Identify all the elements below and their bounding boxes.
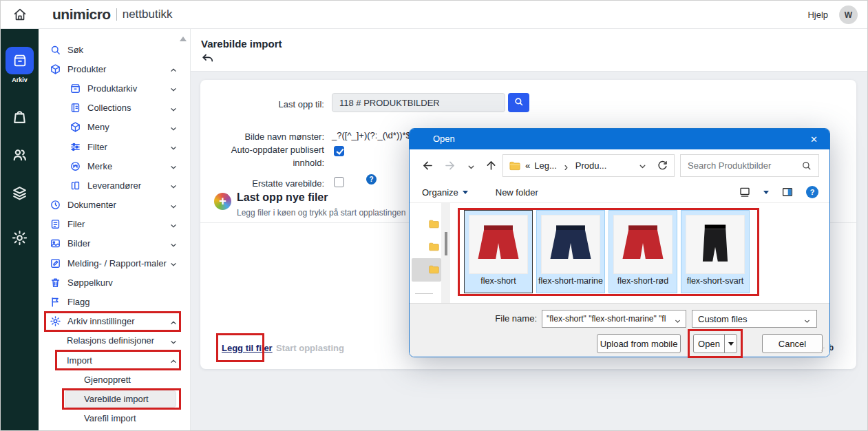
chevron-down-icon[interactable] — [169, 143, 178, 151]
sliders-icon — [70, 141, 81, 153]
auto-update-checkbox[interactable] — [334, 146, 344, 156]
view-dropdown-icon[interactable] — [763, 191, 769, 194]
sidebar-item-gjenopprett[interactable]: Gjenopprett — [39, 370, 190, 389]
chevron-down-icon[interactable] — [169, 162, 178, 170]
upload-to-input[interactable]: 118 # PRODUKTBILDER — [332, 93, 505, 112]
sidebar-item-label: Meny — [87, 122, 109, 132]
chevron-down-icon[interactable] — [169, 259, 178, 267]
back-arrow-icon[interactable] — [201, 52, 216, 67]
chevron-up-icon[interactable] — [169, 317, 178, 326]
sidebar-item-leverand-rer[interactable]: Leverandører — [39, 176, 190, 195]
folder-icon[interactable] — [428, 218, 440, 230]
sidebar-item-relasjons-definisjoner[interactable]: Relasjons definisjoner — [39, 331, 190, 350]
sidebar-item-filer[interactable]: Filer — [39, 215, 190, 234]
sidebar-item-label: Filter — [87, 142, 107, 152]
sidebar-item-flagg[interactable]: Flagg — [39, 292, 190, 311]
chevron-down-icon[interactable] — [169, 220, 178, 229]
file-icon — [50, 218, 61, 230]
sidebar-item-varefil-import[interactable]: Varefil import — [39, 409, 190, 428]
cancel-button[interactable]: Cancel — [762, 334, 823, 353]
rail-item-arkiv[interactable]: Arkiv — [6, 47, 34, 83]
gear-icon[interactable] — [11, 229, 28, 246]
folder-search-button[interactable] — [508, 93, 529, 112]
sidebar-item-produkter[interactable]: Produkter — [39, 59, 190, 78]
nav-up-icon[interactable] — [485, 159, 498, 172]
replace-checkbox[interactable] — [334, 177, 344, 187]
chevron-up-icon[interactable] — [169, 65, 178, 73]
new-folder-button[interactable]: New folder — [496, 187, 538, 198]
chevron-down-icon[interactable] — [169, 123, 178, 132]
sidebar-item-filter[interactable]: Filter — [39, 137, 190, 156]
file-thumbnail-label: flex-short-marine — [538, 276, 603, 286]
logo: unimicro nettbutikk — [52, 6, 172, 23]
close-icon[interactable]: ✕ — [798, 129, 829, 149]
sidebar-item-bilder[interactable]: Bilder — [39, 234, 190, 253]
file-thumbnail-flex-short[interactable]: flex-short — [464, 210, 533, 293]
globe-icon — [50, 199, 61, 211]
chevron-down-icon[interactable] — [169, 181, 178, 189]
dialog-titlebar[interactable]: Open ✕ — [410, 129, 829, 149]
sidebar-item-arkiv-innstillinger[interactable]: Arkiv innstillinger — [39, 312, 190, 331]
refresh-icon[interactable] — [657, 160, 668, 171]
preview-pane-icon[interactable] — [781, 186, 794, 198]
layers-icon[interactable] — [11, 185, 28, 202]
add-files-link[interactable]: Legg til filer — [222, 343, 273, 353]
folder-icon[interactable] — [428, 241, 440, 253]
pattern-value: _?([^_]+)(?:_(\d*))*$ — [332, 130, 411, 140]
sidebar-item-s-k[interactable]: Søk — [39, 40, 190, 59]
file-type-value: Custom files — [698, 314, 803, 324]
nav-history-chevron-icon[interactable] — [467, 162, 476, 171]
chevron-up-icon[interactable] — [169, 356, 178, 364]
file-thumbnail-flex-short-marine[interactable]: flex-short-marine — [536, 210, 605, 293]
avatar[interactable]: W — [839, 6, 858, 24]
chevron-down-icon[interactable] — [169, 337, 178, 345]
sidebar-item-dokumenter[interactable]: Dokumenter — [39, 196, 190, 215]
view-thumbnails-icon[interactable] — [739, 186, 751, 198]
shorts-image — [469, 215, 528, 274]
home-icon[interactable] — [12, 7, 29, 23]
sidebar-item-s-ppelkurv[interactable]: Søppelkurv — [39, 273, 190, 292]
sidebar-item-melding-rapport-maler[interactable]: Melding- / Rapport-maler — [39, 253, 190, 273]
open-button[interactable]: Open — [693, 334, 725, 353]
search-input[interactable]: Search Produktbilder — [680, 154, 819, 177]
shopping-bag-icon[interactable] — [11, 108, 28, 125]
gear-icon — [50, 315, 61, 327]
sidebar-item-varebilde-import[interactable]: Varebilde import — [39, 389, 190, 408]
resize-grip[interactable] — [818, 346, 826, 354]
add-plus-icon — [214, 193, 231, 210]
address-dropdown-icon[interactable] — [638, 161, 647, 170]
file-thumbnail-flex-short-svart[interactable]: flex-short-svart — [681, 210, 750, 293]
file-type-select[interactable]: Custom files — [692, 310, 817, 328]
file-name-input[interactable]: "flex-short" "flex-short-marine" "fl — [542, 310, 686, 328]
sidebar-item-produktarkiv[interactable]: Produktarkiv — [39, 78, 190, 98]
archive-box-icon — [70, 83, 81, 94]
dialog-help-icon[interactable] — [806, 186, 818, 198]
chevron-down-icon[interactable] — [169, 201, 178, 209]
upload-from-mobile-button[interactable]: Upload from mobile — [597, 334, 681, 353]
folder-icon[interactable] — [428, 264, 440, 275]
sidebar-item-collections[interactable]: Collections — [39, 98, 190, 118]
dialog-file-area: flex-shortflex-short-marineflex-short-rø… — [410, 203, 829, 303]
file-thumbnail-flex-short-r-d[interactable]: flex-short-rød — [608, 210, 677, 293]
help-link[interactable]: Hjelp — [807, 10, 828, 20]
breadcrumb-segment[interactable]: Leg... — [534, 160, 557, 171]
nav-pane-scrollbar-thumb[interactable] — [445, 232, 447, 255]
chevron-down-icon[interactable] — [169, 240, 178, 248]
chevron-down-icon[interactable] — [169, 84, 178, 92]
trash-icon — [50, 277, 61, 288]
breadcrumb-segment[interactable]: Produ... — [575, 160, 607, 171]
users-icon[interactable] — [11, 146, 28, 163]
address-bar[interactable]: « Leg... Produ... — [502, 154, 675, 177]
sidebar-item-merke[interactable]: Merke — [39, 156, 190, 176]
cube-icon — [50, 63, 61, 75]
chevron-down-icon[interactable] — [169, 104, 178, 112]
nav-back-icon[interactable] — [421, 159, 434, 172]
chevron-down-icon — [803, 315, 811, 323]
open-dropdown-icon[interactable] — [724, 334, 737, 353]
organize-menu[interactable]: Organize — [422, 187, 468, 198]
sidebar-item-import[interactable]: Import — [39, 350, 190, 370]
chevron-down-icon[interactable] — [674, 315, 681, 323]
sidebar-item-meny[interactable]: Meny — [39, 118, 190, 137]
help-icon[interactable] — [366, 174, 377, 185]
nav-forward-icon[interactable] — [443, 159, 456, 172]
